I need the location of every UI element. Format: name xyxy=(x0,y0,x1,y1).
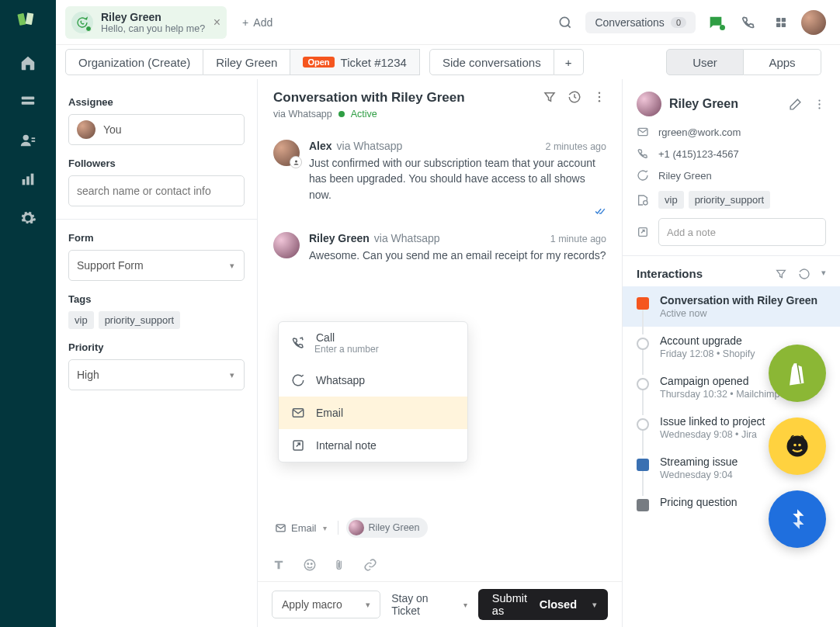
more-icon[interactable] xyxy=(592,90,606,104)
tag-chip[interactable]: vip xyxy=(68,311,94,329)
customer-tag[interactable]: priority_support xyxy=(689,191,771,209)
phone-icon[interactable] xyxy=(736,10,761,35)
svg-rect-14 xyxy=(782,23,786,26)
home-icon[interactable] xyxy=(19,54,36,71)
svg-rect-1 xyxy=(26,12,34,25)
read-receipt-icon xyxy=(594,206,606,217)
channel-option-internal-note[interactable]: Internal note xyxy=(279,429,467,462)
customer-email: rgreen@work.com xyxy=(658,126,741,138)
svg-point-27 xyxy=(644,200,647,204)
add-note-input[interactable]: Add a note xyxy=(658,218,826,246)
svg-point-31 xyxy=(787,436,808,457)
message-time: 1 minute ago xyxy=(550,234,606,244)
message-via: via Whatsapp xyxy=(374,232,440,244)
emoji-icon[interactable] xyxy=(303,558,317,572)
jira-launcher[interactable] xyxy=(769,490,826,548)
tab-side-conversations[interactable]: Side conversations xyxy=(429,49,554,75)
ticket-tabs-row: Organization (Create) Riley Green Open T… xyxy=(56,45,840,79)
interaction-item[interactable]: Conversation with Riley GreenActive now xyxy=(623,286,840,327)
shopify-launcher[interactable] xyxy=(769,345,826,402)
topbar: Riley Green Hello, can you help me? × + … xyxy=(56,0,840,45)
message-via: via Whatsapp xyxy=(337,140,403,152)
svg-rect-9 xyxy=(31,174,34,185)
assignee-field[interactable]: You xyxy=(68,114,245,145)
close-icon[interactable]: × xyxy=(213,16,220,29)
svg-point-32 xyxy=(793,444,797,447)
open-ticket-tab[interactable]: Riley Green Hello, can you help me? × xyxy=(65,6,227,39)
svg-point-20 xyxy=(304,559,315,570)
ticket-tab-preview: Hello, can you help me? xyxy=(101,23,205,34)
form-label: Form xyxy=(68,232,245,244)
svg-point-24 xyxy=(818,103,820,105)
filter-icon[interactable] xyxy=(775,268,787,280)
tab-ticket[interactable]: Open Ticket #1234 xyxy=(290,49,419,75)
conversations-count: 0 xyxy=(671,17,686,28)
apps-grid-icon[interactable] xyxy=(769,10,793,35)
composer-toolbar xyxy=(258,538,622,582)
svg-rect-13 xyxy=(776,23,780,26)
svg-rect-11 xyxy=(776,18,780,22)
svg-point-17 xyxy=(599,100,600,102)
current-user-avatar[interactable] xyxy=(801,10,826,35)
more-icon[interactable] xyxy=(813,98,826,111)
ticket-tags: vip priority_support xyxy=(68,311,245,329)
followers-label: Followers xyxy=(68,158,245,169)
link-icon[interactable] xyxy=(363,558,377,572)
attachment-icon[interactable] xyxy=(334,558,346,572)
conversation-title: Conversation with Riley Green xyxy=(273,90,465,106)
customer-avatar xyxy=(637,92,661,116)
agent-badge-icon xyxy=(290,156,302,168)
svg-rect-3 xyxy=(22,102,35,105)
svg-point-22 xyxy=(311,563,313,565)
tab-apps-panel[interactable]: Apps xyxy=(744,49,821,75)
chevron-down-icon[interactable]: ▾ xyxy=(821,268,826,280)
recipient-avatar xyxy=(349,520,364,535)
form-select[interactable]: Support Form xyxy=(68,250,245,281)
filter-icon[interactable] xyxy=(543,90,557,104)
submit-button[interactable]: Submit as Closed xyxy=(478,589,608,620)
apply-macro-select[interactable]: Apply macro xyxy=(272,591,380,618)
chat-icon[interactable] xyxy=(703,10,728,35)
customers-icon[interactable] xyxy=(19,132,36,149)
ticket-tab-title: Riley Green xyxy=(101,11,205,23)
svg-point-21 xyxy=(307,563,309,565)
channel-menu: CallEnter a number Whatsapp Email Intern… xyxy=(278,321,468,462)
tab-user-panel[interactable]: User xyxy=(666,49,744,75)
customer-tag[interactable]: vip xyxy=(658,191,684,209)
add-side-conversation-button[interactable]: + xyxy=(554,49,584,75)
search-icon[interactable] xyxy=(553,10,578,35)
channel-option-call[interactable]: CallEnter a number xyxy=(279,322,467,364)
channel-option-email[interactable]: Email xyxy=(279,397,467,429)
svg-point-25 xyxy=(818,107,820,109)
tab-requester[interactable]: Riley Green xyxy=(203,49,290,75)
conversations-button[interactable]: Conversations 0 xyxy=(585,12,696,33)
recipient-chip[interactable]: Riley Green xyxy=(346,518,428,538)
status-indicator xyxy=(338,111,345,117)
text-format-icon[interactable] xyxy=(272,558,286,572)
reporting-icon[interactable] xyxy=(19,171,36,188)
svg-point-18 xyxy=(295,160,297,162)
message-text: Awesome. Can you send me an email receip… xyxy=(309,248,606,263)
views-icon[interactable] xyxy=(19,93,36,110)
priority-select[interactable]: High xyxy=(68,359,245,390)
admin-icon[interactable] xyxy=(19,210,36,227)
message-item: Alex via Whatsapp 2 minutes ago Just con… xyxy=(273,132,606,224)
history-icon[interactable] xyxy=(568,90,581,104)
edit-icon[interactable] xyxy=(789,98,802,111)
stay-on-ticket-dropdown[interactable]: Stay on Ticket▾ xyxy=(391,592,467,617)
tab-organization[interactable]: Organization (Create) xyxy=(65,49,203,75)
channel-option-whatsapp[interactable]: Whatsapp xyxy=(279,364,467,397)
svg-rect-12 xyxy=(782,18,786,22)
channel-selector[interactable]: Email xyxy=(272,521,330,535)
followers-input[interactable] xyxy=(68,175,245,206)
message-author: Riley Green xyxy=(309,232,370,244)
assignee-avatar xyxy=(77,120,95,139)
tag-chip[interactable]: priority_support xyxy=(99,311,181,329)
add-tab-button[interactable]: + Add xyxy=(234,12,280,33)
message-author: Alex xyxy=(309,140,332,152)
svg-point-4 xyxy=(23,135,29,140)
refresh-icon[interactable] xyxy=(798,268,810,280)
mailchimp-launcher[interactable] xyxy=(769,417,826,475)
message-time: 2 minutes ago xyxy=(545,141,606,152)
svg-point-15 xyxy=(599,92,600,94)
